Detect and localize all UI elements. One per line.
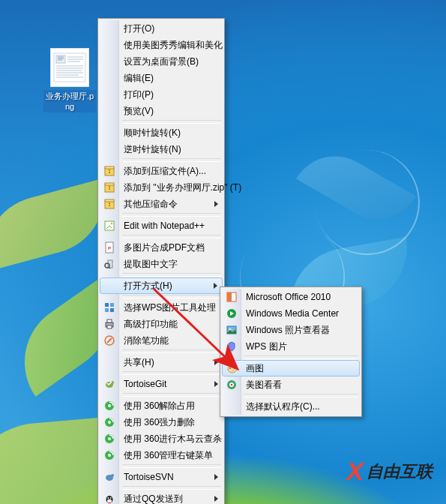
context-menu-item[interactable]: 高级打印功能 xyxy=(100,316,223,332)
watermark-text: 自由互联 xyxy=(367,460,433,483)
menu-item-label: 添加到压缩文件(A)... xyxy=(124,166,206,176)
svg-rect-25 xyxy=(109,205,110,206)
context-menu-item[interactable]: 使用美图秀秀编辑和美化 xyxy=(100,37,223,53)
openwith-item[interactable]: Windows Media Center xyxy=(222,305,360,322)
svg-point-50 xyxy=(108,454,111,457)
menu-item-label: Windows Media Center xyxy=(246,308,339,319)
svg-rect-24 xyxy=(109,202,110,204)
menu-item-label: 使用美图秀秀编辑和美化 xyxy=(124,40,223,50)
context-menu-item[interactable]: 编辑(E) xyxy=(100,70,223,86)
context-menu-item[interactable]: 其他压缩命令 xyxy=(100,196,223,212)
menu-item-label: 高级打印功能 xyxy=(124,319,178,329)
menu-item-label: 添加到 "业务办理网厅.zip" (T) xyxy=(124,182,241,193)
menu-item-label: 消除笔功能 xyxy=(124,335,169,346)
context-menu-item[interactable]: 使用 360强力删除 xyxy=(100,414,223,430)
menu-item-label: 选择默认程序(C)... xyxy=(246,401,320,412)
menu-separator xyxy=(122,158,221,162)
svg-point-55 xyxy=(107,497,109,499)
svg-rect-39 xyxy=(107,326,112,328)
svg-rect-38 xyxy=(107,320,112,322)
svg-point-52 xyxy=(111,474,114,477)
svg-rect-59 xyxy=(227,292,232,302)
file-label: 业务办理厅.png xyxy=(43,90,96,112)
menu-item-label: 提取图中文字 xyxy=(124,259,178,269)
context-menu-item[interactable]: 共享(H) xyxy=(100,354,223,370)
tortoise-icon xyxy=(103,378,115,390)
context-menu-item[interactable]: 打开方式(H) xyxy=(100,278,223,294)
context-menu-list: 打开(O)使用美图秀秀编辑和美化设置为桌面背景(B)编辑(E)打印(P)预览(V… xyxy=(100,20,223,504)
openwith-item[interactable]: 美图看看 xyxy=(222,376,360,393)
tortoise-svn-icon xyxy=(103,471,115,483)
menu-separator xyxy=(122,350,221,353)
openwith-item[interactable]: 画图 xyxy=(222,360,360,376)
submenu-arrow-icon xyxy=(214,283,217,289)
context-menu-item[interactable]: 逆时针旋转(N) xyxy=(100,141,223,158)
menu-item-label: Microsoft Office 2010 xyxy=(246,292,331,302)
archive-icon xyxy=(103,198,115,210)
menu-item-label: 使用 360进行木马云查杀 xyxy=(124,434,222,444)
menu-item-label: 通过QQ发送到 xyxy=(124,494,183,504)
context-menu-item[interactable]: 打开(O) xyxy=(100,20,223,37)
context-menu-item[interactable]: TortoiseSVN xyxy=(100,469,223,485)
menu-separator xyxy=(122,120,221,124)
svg-rect-21 xyxy=(109,188,110,190)
menu-item-label: 选择WPS图片工具处理 xyxy=(124,302,216,313)
context-menu-item[interactable]: 添加到 "业务办理网厅.zip" (T) xyxy=(100,179,223,196)
menu-item-label: 共享(H) xyxy=(124,357,154,368)
context-menu-item[interactable]: Edit with Notepad++ xyxy=(100,218,223,234)
pen-icon xyxy=(103,334,115,346)
svg-point-65 xyxy=(232,366,233,368)
paint-icon xyxy=(226,362,238,374)
openwith-item[interactable]: WPS 图片 xyxy=(222,338,360,355)
svg-rect-15 xyxy=(105,166,114,169)
context-menu-item[interactable]: 顺时针旋转(K) xyxy=(100,124,223,141)
menu-item-label: 预览(V) xyxy=(124,106,154,116)
archive-icon xyxy=(103,182,115,194)
context-menu-item[interactable]: 选择WPS图片工具处理 xyxy=(100,299,223,316)
svg-point-27 xyxy=(111,223,113,225)
openwith-item[interactable]: Windows 照片查看器 xyxy=(222,322,360,338)
svg-rect-34 xyxy=(110,303,114,307)
context-menu-item[interactable]: 预览(V) xyxy=(100,103,223,119)
menu-separator xyxy=(122,213,221,217)
context-menu-item[interactable]: 消除笔功能 xyxy=(100,332,223,349)
context-menu-item[interactable]: 使用 360解除占用 xyxy=(100,398,223,414)
menu-item-label: 打开(O) xyxy=(124,23,154,34)
desktop-file[interactable]: 业务办理厅.png xyxy=(43,48,96,112)
svg-rect-19 xyxy=(105,183,114,185)
menu-item-label: 顺时针旋转(K) xyxy=(124,128,181,138)
menu-separator xyxy=(244,394,358,398)
context-menu-item[interactable]: P多图片合成PDF文档 xyxy=(100,239,223,256)
wps-icon xyxy=(226,340,238,352)
360-icon xyxy=(103,400,115,412)
360-icon xyxy=(103,416,115,428)
menu-separator xyxy=(122,273,221,277)
menu-separator xyxy=(122,371,221,375)
context-menu-item[interactable]: 通过QQ发送到 xyxy=(100,490,223,504)
photo-viewer-icon xyxy=(226,324,238,336)
context-menu-item[interactable]: 使用 360管理右键菜单 xyxy=(100,447,223,464)
menu-item-label: Windows 照片查看器 xyxy=(246,325,330,335)
openwith-list: Microsoft Office 2010Windows Media Cente… xyxy=(222,289,360,415)
print-icon xyxy=(103,318,115,330)
watermark: X 自由互联 xyxy=(346,457,433,486)
context-menu-item[interactable]: 设置为桌面背景(B) xyxy=(100,53,223,70)
menu-separator xyxy=(122,235,221,238)
360-icon xyxy=(103,433,115,445)
context-menu-item[interactable]: 打印(P) xyxy=(100,86,223,103)
context-menu-item[interactable]: 使用 360进行木马云查杀 xyxy=(100,430,223,447)
menu-separator xyxy=(244,356,358,359)
menu-item-label: TortoiseSVN xyxy=(124,472,174,482)
qq-icon xyxy=(103,493,115,504)
menu-item-label: 逆时针旋转(N) xyxy=(124,144,181,154)
svg-point-57 xyxy=(108,502,111,504)
context-menu-item[interactable]: 提取图中文字 xyxy=(100,256,223,272)
context-menu-item[interactable]: TortoiseGit xyxy=(100,376,223,392)
menu-item-label: Edit with Notepad++ xyxy=(124,220,205,231)
openwith-item[interactable]: Microsoft Office 2010 xyxy=(222,289,360,305)
openwith-item[interactable]: 选择默认程序(C)... xyxy=(222,398,360,415)
context-menu-item[interactable]: 添加到压缩文件(A)... xyxy=(100,163,223,179)
menu-separator xyxy=(122,486,221,490)
svg-rect-36 xyxy=(110,308,114,312)
submenu-arrow-icon xyxy=(214,496,218,502)
